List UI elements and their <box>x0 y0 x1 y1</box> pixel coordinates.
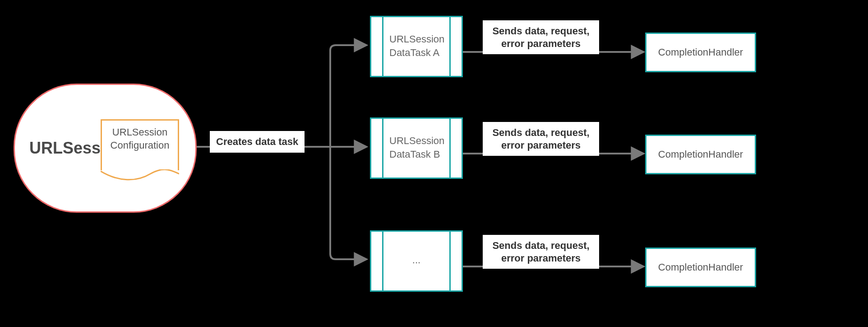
datatask-a-label: URLSession DataTask A <box>389 33 448 59</box>
stripe-icon <box>382 119 383 178</box>
sends-params-label-c: Sends data, request, error parameters <box>483 235 599 269</box>
datatask-b-label: URLSession DataTask B <box>389 134 448 161</box>
datatask-ellipsis-label: ... <box>371 253 462 267</box>
completion-handler-c: CompletionHandler <box>645 248 756 287</box>
creates-data-task-label: Creates data task <box>210 131 305 153</box>
stripe-icon <box>449 119 451 178</box>
stripe-icon <box>382 17 383 76</box>
datatask-ellipsis-node: ... <box>370 230 463 292</box>
datatask-b-node: URLSession DataTask B <box>370 117 463 179</box>
sends-params-label-a: Sends data, request, error parameters <box>483 20 599 54</box>
config-label: URLSession Configuration <box>102 126 178 152</box>
urlsession-node: URLSession URLSession Configuration <box>14 84 197 213</box>
stripe-icon <box>449 17 451 76</box>
doc-wave-icon <box>101 169 179 183</box>
completion-handler-b: CompletionHandler <box>645 135 756 174</box>
datatask-a-node: URLSession DataTask A <box>370 16 463 77</box>
completion-handler-a: CompletionHandler <box>645 33 756 72</box>
urlsession-configuration-doc: URLSession Configuration <box>101 119 179 170</box>
sends-params-label-b: Sends data, request, error parameters <box>483 122 599 156</box>
diagram-canvas: URLSession URLSession Configuration Crea… <box>0 0 868 327</box>
